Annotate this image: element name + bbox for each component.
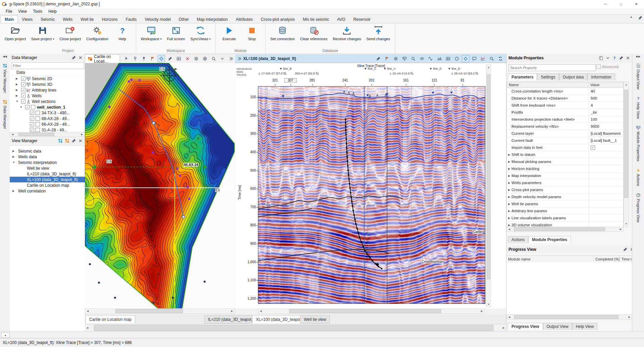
- menu-file[interactable]: File: [3, 8, 15, 14]
- secondary-checkbox[interactable]: [36, 122, 40, 126]
- row-expander[interactable]: ▶: [507, 203, 512, 206]
- document-area-scrollbar[interactable]: ◀▶: [85, 324, 506, 332]
- ribbon-tab-views[interactable]: Views: [18, 15, 37, 23]
- properties-tab-information[interactable]: Information: [587, 73, 615, 80]
- document-tab-0[interactable]: Carlile on Location map: [86, 315, 135, 324]
- property-value[interactable]: [589, 222, 623, 227]
- property-value[interactable]: [589, 172, 623, 179]
- property-value[interactable]: 40: [589, 88, 623, 95]
- ribbon-tab-cross-plot-analysis[interactable]: Cross-plot analysis: [257, 15, 299, 23]
- bottom-tab-help-view[interactable]: Help View: [572, 323, 598, 330]
- property-search-input[interactable]: [508, 64, 596, 71]
- close-project-button[interactable]: Close project: [57, 24, 84, 42]
- right-strip-tab-output-view[interactable]: Output View: [633, 61, 644, 92]
- row-expander[interactable]: ▶: [507, 167, 512, 170]
- right-strip-tab-help-view[interactable]: ?Help View: [633, 94, 644, 121]
- tree-expander[interactable]: ▶: [12, 150, 17, 153]
- collapse-right-strip[interactable]: ▶▶: [632, 54, 644, 59]
- properties-tab-output-data[interactable]: Output data: [559, 73, 588, 80]
- property-row[interactable]: Replacement velocity <ft/s>9000: [507, 123, 623, 130]
- seismic-tool-pin-0[interactable]: [375, 55, 382, 62]
- tree-expander[interactable]: ▶: [12, 189, 17, 192]
- value-checkbox[interactable]: ✓: [591, 146, 595, 150]
- seismic-vscrollbar[interactable]: ▲▼: [486, 64, 491, 307]
- execute-button[interactable]: Execute: [218, 24, 240, 42]
- scroll-thumb[interactable]: [514, 227, 605, 231]
- views-grid-alt-icon[interactable]: [65, 138, 69, 143]
- map-tool-gear[interactable]: [193, 55, 200, 62]
- scroll-thumb[interactable]: [514, 315, 619, 319]
- view-tree-item[interactable]: ▶Seismic data: [10, 148, 85, 154]
- seismic-view[interactable]: Xline Trace [Trace]IntersectionsWellsTRC…: [235, 63, 506, 308]
- map-tool-well-pin[interactable]: [131, 55, 139, 62]
- ribbon-tab-main[interactable]: Main: [1, 15, 18, 23]
- row-expander[interactable]: ▶: [507, 181, 512, 184]
- map-tool-delete-x[interactable]: [184, 55, 191, 62]
- row-expander[interactable]: ▶: [507, 195, 512, 198]
- property-row[interactable]: ▶Line visualization labels params: [507, 215, 623, 222]
- maximize-button[interactable]: □: [613, 0, 629, 8]
- open-project-button[interactable]: Open project: [2, 24, 29, 42]
- view-tree-item[interactable]: XL=100 (data_3D_teapot_ft): [10, 177, 85, 182]
- panel-tab-module-properties[interactable]: Module Properties: [528, 236, 571, 243]
- property-value[interactable]: [589, 193, 623, 200]
- view-tree-item[interactable]: Well tie view: [10, 165, 85, 171]
- property-value[interactable]: [589, 215, 623, 221]
- data-tree-item[interactable]: ▶✓Seismic 3D: [10, 81, 85, 87]
- seismic-tool-comment-11[interactable]: [471, 55, 478, 62]
- ribbon-tab-avo[interactable]: AVO: [333, 15, 349, 23]
- collapse-left-strip[interactable]: ◀◀: [0, 54, 10, 59]
- property-row[interactable]: Import data in feet✓: [507, 144, 623, 151]
- seismic-tool-zoom-13[interactable]: [488, 55, 495, 62]
- seismic-tool-gear-2[interactable]: [392, 55, 399, 62]
- visibility-checkbox[interactable]: ✓: [21, 99, 25, 104]
- data-tree-item[interactable]: ▶✓Arbitrary lines: [10, 87, 85, 93]
- scroll-right-arrow[interactable]: ▶: [618, 227, 623, 231]
- property-row[interactable]: Intersections projection radius <feet>10…: [507, 116, 623, 123]
- property-value[interactable]: [589, 208, 623, 214]
- view-tree-item[interactable]: ▶Wells data: [10, 154, 85, 160]
- right-strip-tab-module-properties[interactable]: Module Properties: [633, 123, 644, 164]
- seismic-tool-zoom-4[interactable]: [410, 55, 417, 62]
- property-row[interactable]: Postfix_tie: [507, 109, 623, 116]
- left-strip-tab-data-manager[interactable]: Data Manager: [1, 97, 9, 132]
- secondary-checkbox[interactable]: [36, 128, 40, 132]
- property-row[interactable]: ▶Depth velocity model params: [507, 193, 623, 200]
- property-row[interactable]: ▶Map interpolation: [507, 172, 623, 179]
- secondary-checkbox[interactable]: [36, 111, 40, 115]
- pin-icon[interactable]: [638, 15, 643, 20]
- save-project-button[interactable]: Save project▾: [29, 24, 57, 42]
- map-tool-grid[interactable]: [175, 55, 182, 62]
- seismic-tool-flag-1[interactable]: [383, 55, 391, 62]
- scroll-right-arrow[interactable]: ▶: [479, 309, 484, 313]
- tree-expander[interactable]: ▶: [16, 83, 20, 86]
- chevrons-right-icon[interactable]: [237, 56, 242, 61]
- property-row[interactable]: Distance for X traces <Distance>500: [507, 95, 623, 102]
- row-expander[interactable]: ▶: [507, 224, 512, 227]
- scroll-down-arrow[interactable]: ▼: [624, 221, 629, 226]
- map-tool-picking-crosshair[interactable]: [158, 55, 165, 62]
- tree-expander[interactable]: ▶: [12, 155, 17, 158]
- tree-expander[interactable]: ▶: [16, 94, 20, 97]
- seismic-tool-sync-14[interactable]: [497, 55, 504, 62]
- scroll-right-arrow[interactable]: ▶: [627, 315, 632, 319]
- map-hscrollbar[interactable]: ◀▶: [85, 308, 235, 314]
- workspace-button[interactable]: Workspace▾: [138, 24, 164, 42]
- map-tool-well-pin-alt[interactable]: [140, 55, 148, 62]
- seismic-section-canvas[interactable]: [258, 86, 485, 304]
- views-grid-icon[interactable]: [58, 138, 63, 143]
- pin-icon[interactable]: [71, 55, 76, 60]
- property-value[interactable]: [Local] fault__1: [589, 137, 623, 144]
- data-manager-hscrollbar[interactable]: ◀▶: [10, 132, 85, 137]
- property-value[interactable]: 500: [589, 95, 623, 102]
- ribbon-tab-wells[interactable]: Wells: [59, 15, 76, 23]
- ribbon-tab-map-interpolation[interactable]: Map interpolation: [193, 15, 232, 23]
- visibility-checkbox[interactable]: ✓: [25, 105, 30, 109]
- scroll-down-arrow[interactable]: ▼: [486, 302, 491, 307]
- property-grid-vscrollbar[interactable]: ▲▼: [624, 82, 629, 227]
- scroll-left-arrow[interactable]: ◀: [85, 324, 90, 332]
- map-view-tab[interactable]: Carlile on Locati...: [85, 54, 120, 63]
- left-strip-tab-view-manager[interactable]: View Manager: [1, 61, 9, 96]
- property-grid-hscrollbar[interactable]: ◀▶: [506, 227, 624, 232]
- property-row[interactable]: ▶Shift to datum: [507, 151, 623, 158]
